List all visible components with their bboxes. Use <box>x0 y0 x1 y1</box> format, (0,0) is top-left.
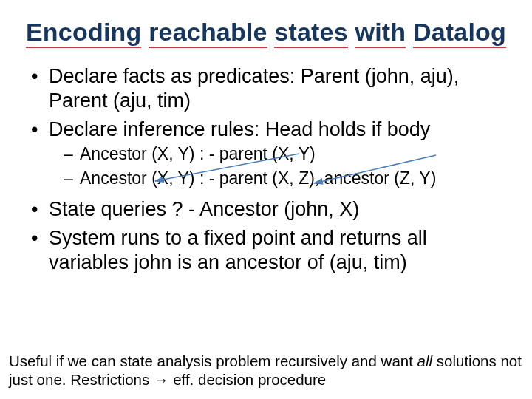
bullet-4-text: System runs to a fixed point and returns… <box>49 227 427 273</box>
sub-bullet-1: Ancestor (X, Y) : - parent (X, Y) <box>62 143 505 165</box>
footnote-part1: Useful if we can state analysis problem … <box>9 352 417 369</box>
title-word-2: reachable <box>149 18 267 48</box>
title-word-5: Datalog <box>413 18 506 48</box>
sub-bullet-list: Ancestor (X, Y) : - parent (X, Y) Ancest… <box>49 143 505 190</box>
bullet-1: Declare facts as predicates: Parent (joh… <box>27 64 505 113</box>
bullet-list: Declare facts as predicates: Parent (joh… <box>22 64 510 275</box>
slide: Encoding reachable states with Datalog D… <box>0 0 532 399</box>
bullet-4: System runs to a fixed point and returns… <box>27 226 505 275</box>
slide-title: Encoding reachable states with Datalog <box>22 18 510 48</box>
footnote-all: all <box>417 352 433 369</box>
title-word-4: with <box>355 18 406 48</box>
bullet-2: Declare inference rules: Head holds if b… <box>27 117 505 190</box>
bullet-2-text: Declare inference rules: Head holds if b… <box>49 118 430 140</box>
sub-bullet-2: Ancestor (X, Y) : - parent (X, Z), ances… <box>62 168 505 189</box>
title-word-1: Encoding <box>26 18 141 48</box>
sub-bullet-1-text: Ancestor (X, Y) : - parent (X, Y) <box>80 144 316 163</box>
footnote: Useful if we can state analysis problem … <box>9 352 523 389</box>
bullet-3-text: State queries ? - Ancestor (john, X) <box>49 198 359 220</box>
title-word-3: states <box>274 18 347 48</box>
sub-bullet-2-text: Ancestor (X, Y) : - parent (X, Z), ances… <box>80 168 436 188</box>
bullet-3: State queries ? - Ancestor (john, X) <box>27 197 505 222</box>
bullet-1-text: Declare facts as predicates: Parent (joh… <box>49 65 459 112</box>
footnote-part3: eff. decision procedure <box>168 371 326 388</box>
footnote-arrow-icon: → <box>154 371 169 388</box>
